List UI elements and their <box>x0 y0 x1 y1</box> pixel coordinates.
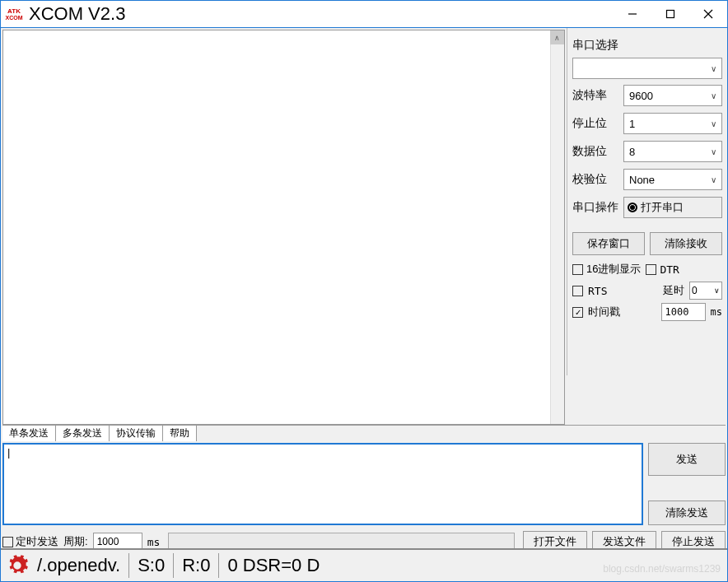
dtr-label: DTR <box>660 263 679 276</box>
timestamp-unit: ms <box>711 306 722 318</box>
tab-single-send[interactable]: 单条发送 <box>2 426 56 441</box>
parity-label: 校验位 <box>572 172 623 187</box>
chevron-down-icon: ∨ <box>707 175 720 184</box>
stopbit-value: 1 <box>629 118 635 130</box>
tab-protocol-send[interactable]: 协议传输 <box>110 426 163 441</box>
main-column: ∧ 串口选择 ∨ 波特率 9600 ∨ 停止位 <box>1 28 727 581</box>
chevron-down-icon: ∨ <box>707 64 720 73</box>
delay-combo[interactable]: 0 ∨ <box>689 282 722 300</box>
stopbit-label: 停止位 <box>572 116 623 131</box>
titlebar: ATK XCOM XCOM V2.3 <box>0 0 728 28</box>
databit-label: 数据位 <box>572 144 623 159</box>
window-title: XCOM V2.3 <box>29 3 125 25</box>
record-icon <box>628 203 637 212</box>
content: ∧ 串口选择 ∨ 波特率 9600 ∨ 停止位 <box>0 28 728 582</box>
svg-rect-1 <box>667 11 674 18</box>
open-port-label: 打开串口 <box>641 200 684 215</box>
close-icon <box>703 9 713 19</box>
app-logo-icon: ATK XCOM <box>2 2 26 26</box>
delay-label: 延时 <box>663 283 684 298</box>
clear-send-button[interactable]: 清除发送 <box>648 501 726 525</box>
gear-icon <box>6 554 29 577</box>
period-label: 周期: <box>63 534 88 549</box>
save-window-button[interactable]: 保存窗口 <box>572 232 645 255</box>
send-button[interactable]: 发送 <box>648 443 726 476</box>
hex-display-label: 16进制显示 <box>586 262 641 277</box>
tab-help[interactable]: 帮助 <box>163 426 197 441</box>
status-url: /.openedv. <box>29 553 128 578</box>
rts-checkbox[interactable] <box>572 286 583 296</box>
parity-combo[interactable]: None ∨ <box>623 169 722 190</box>
chevron-down-icon: ∨ <box>707 147 720 156</box>
scrollbar[interactable]: ∧ <box>550 30 564 424</box>
databit-combo[interactable]: 8 ∨ <box>623 141 722 162</box>
open-port-button[interactable]: 打开串口 <box>623 197 722 218</box>
hex-display-checkbox[interactable] <box>572 264 583 275</box>
port-select-combo[interactable]: ∨ <box>572 58 722 79</box>
tab-row: 单条发送 多条发送 协议传输 帮助 <box>2 425 726 441</box>
status-bar: /.openedv. S:0 R:0 0 DSR=0 D blog.csdn.n… <box>1 548 727 581</box>
port-select-label: 串口选择 <box>572 38 722 53</box>
chevron-down-icon: ∨ <box>707 91 720 100</box>
parity-value: None <box>629 174 655 186</box>
timed-send-label: 定时发送 <box>16 534 58 549</box>
close-button[interactable] <box>689 2 727 26</box>
baud-value: 9600 <box>629 90 653 102</box>
baud-combo[interactable]: 9600 ∨ <box>623 85 722 106</box>
status-sent: S:0 <box>128 553 173 578</box>
sidebar: 串口选择 ∨ 波特率 9600 ∨ 停止位 1 ∨ <box>567 28 727 375</box>
baud-label: 波特率 <box>572 88 623 103</box>
status-recv: R:0 <box>173 553 218 578</box>
chevron-down-icon: ∨ <box>714 286 720 295</box>
clear-receive-button[interactable]: 清除接收 <box>650 232 722 255</box>
chevron-down-icon: ∨ <box>707 119 720 128</box>
send-textarea[interactable]: | <box>2 443 643 525</box>
delay-value: 0 <box>692 285 698 296</box>
watermark: blog.csdn.net/swarms1239 <box>603 563 721 575</box>
databit-value: 8 <box>629 146 635 158</box>
timed-send-checkbox[interactable] <box>2 537 13 547</box>
scroll-up-icon[interactable]: ∧ <box>550 30 564 44</box>
dtr-checkbox[interactable] <box>646 264 656 275</box>
stopbit-combo[interactable]: 1 ∨ <box>623 113 722 134</box>
timestamp-label: 时间戳 <box>588 305 620 319</box>
status-dsr: 0 DSR=0 D <box>218 553 328 578</box>
tab-multi-send[interactable]: 多条发送 <box>56 426 110 441</box>
minimize-icon <box>628 9 637 19</box>
minimize-button[interactable] <box>614 2 651 26</box>
port-op-label: 串口操作 <box>572 200 623 215</box>
period-unit: ms <box>147 536 161 548</box>
rts-label: RTS <box>588 285 607 297</box>
timestamp-checkbox[interactable]: ✓ <box>572 307 583 318</box>
receive-textarea[interactable]: ∧ <box>2 30 565 425</box>
maximize-icon <box>665 9 675 19</box>
maximize-button[interactable] <box>651 2 689 26</box>
timestamp-input[interactable] <box>661 303 706 321</box>
